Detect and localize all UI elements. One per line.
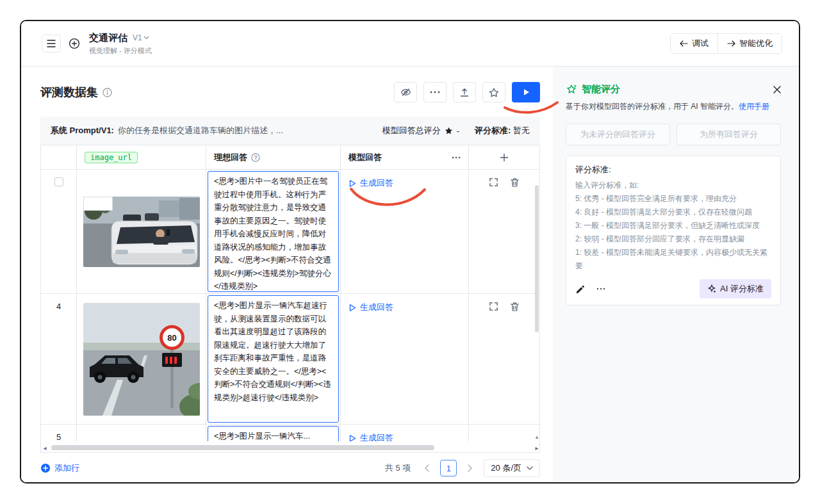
model-answer-cell[interactable]: 生成回答 [341,425,469,441]
next-page-button[interactable] [462,460,479,476]
panel-title: 智能评分 [582,83,620,95]
criteria-hint: 输入评分标准，如: [575,179,771,192]
delete-row-button[interactable] [510,177,520,188]
criteria-example-line: 3: 一般 - 模型回答满足部分要求，但缺乏清晰性或深度 [575,219,771,232]
optimize-button[interactable]: 智能优化 [718,34,782,53]
criteria-example-line: 4: 良好 - 模型回答满足大部分要求，仅存在轻微问题 [575,206,771,219]
upload-button[interactable] [453,82,476,102]
generate-answer-label: 生成回答 [360,302,393,313]
page-title: 评测数据集 [40,85,98,100]
criteria-more-button[interactable] [596,288,605,290]
column-header-ideal-answer: 理想回答 [214,152,247,163]
run-button[interactable] [512,82,540,102]
ideal-answer-cell[interactable]: <思考>图片显示一辆汽车... [208,426,339,441]
generate-answer-link[interactable]: 生成回答 [348,302,393,313]
plus-icon [500,153,509,162]
optimize-label: 智能优化 [739,38,773,49]
chevron-right-icon [468,464,473,472]
more-actions-button[interactable] [423,82,447,102]
prompt-label: 系统 Prompt/V1: [51,125,114,136]
plus-circle-icon [40,463,51,473]
debug-button[interactable]: 调试 [671,34,718,53]
manual-link[interactable]: 使用手册 [739,102,769,111]
select-column-header [41,145,77,169]
scrollbar-thumb[interactable] [51,445,434,450]
row-image-speeding-car[interactable]: 80 [83,303,200,416]
eye-off-icon [400,87,411,97]
version-label: V1 [133,33,142,42]
scoring-criteria-card[interactable]: 评分标准: 输入评分标准，如: 5: 优秀 - 模型回答完全满足所有要求，理由充… [566,156,781,305]
page-number-button[interactable]: 1 [440,460,457,476]
main-area: 评测数据集 [21,67,553,482]
speed-limit-sign-text: 80 [167,333,176,343]
row-index: 5 [56,432,61,441]
model-column-more-button[interactable] [452,156,461,159]
generate-answer-link[interactable]: 生成回答 [348,177,393,189]
add-column-button[interactable] [500,153,509,162]
hide-columns-button[interactable] [394,82,417,102]
dataset-toolbar [394,82,540,102]
ai-criteria-button[interactable]: AI 评分标准 [700,279,771,298]
star-icon [489,88,499,97]
pencil-icon [575,284,585,294]
score-all-button[interactable]: 为所有回答评分 [676,124,781,145]
sparkle-star-icon [566,84,577,95]
generate-answer-link[interactable]: 生成回答 [348,432,393,441]
debug-label: 调试 [692,38,709,49]
magic-sparkle-icon [707,284,716,293]
help-icon[interactable]: ? [251,153,260,162]
row-checkbox[interactable] [54,177,63,186]
info-icon[interactable] [102,88,112,97]
edit-criteria-button[interactable] [575,284,585,294]
dataset-table: image_url 理想回答 ? 模型回答 [40,145,540,453]
score-star-icon [445,127,453,135]
delete-row-button[interactable] [510,302,520,312]
add-row-button[interactable]: 添加行 [40,462,79,474]
title-block: 交通评估 V1 视觉理解 - 评分模式 [89,32,152,56]
total-count: 共 5 项 [385,462,411,474]
score-unrated-button[interactable]: 为未评分的回答评分 [566,124,670,145]
table-header: image_url 理想回答 ? 模型回答 [41,145,539,170]
more-horizontal-icon [452,156,461,159]
model-answer-cell[interactable]: 生成回答 [341,170,469,293]
expand-row-button[interactable] [489,177,498,187]
expand-icon [489,177,498,187]
scroll-right-icon[interactable]: ▸ [533,444,541,451]
close-panel-button[interactable] [773,86,781,93]
criteria-label: 评分标准: [575,164,771,175]
smart-scoring-panel: 智能评分 基于你对模型回答的评分标准，用于 AI 智能评分。使用手册 为未评分的… [553,67,799,482]
prev-page-button[interactable] [418,460,435,476]
table-footer: 添加行 共 5 项 1 20 条/页 [40,459,540,477]
pagination: 共 5 项 1 20 条/页 [385,459,540,477]
system-prompt-bar[interactable]: 系统 Prompt/V1: 你的任务是根据交通道路车辆的图片描述，... 模型回… [40,117,540,145]
vertical-scrollbar[interactable] [535,185,539,332]
page-size-value: 20 条/页 [491,462,521,474]
add-version-button[interactable] [69,38,80,49]
add-row-label: 添加行 [54,462,79,474]
expand-icon [489,302,498,311]
ideal-answer-text: <思考>图片显示一辆汽车超速行驶，从测速装置显示的数据可以看出其速度明显超过了该… [214,301,331,402]
table-row: 5 <思考>图片显示一辆汽车... 生成回答 [41,425,539,441]
column-header-model-answer: 模型回答 [348,152,382,163]
row-image-driver-using-phone[interactable] [83,197,200,267]
ideal-answer-cell[interactable]: <思考>图片中一名驾驶员正在驾驶过程中使用手机。这种行为严重分散驾驶注意力，是导… [208,171,339,292]
ideal-answer-text: <思考>图片中一名驾驶员正在驾驶过程中使用手机。这种行为严重分散驾驶注意力，是导… [214,177,331,291]
column-header-image-url[interactable]: image_url [85,152,138,163]
header-actions: 调试 智能优化 [670,33,782,54]
criteria-example-line: 5: 优秀 - 模型回答完全满足所有要求，理由充分 [575,192,771,206]
app-title: 交通评估 [89,32,127,44]
scroll-up-icon[interactable]: ▴ [534,434,539,440]
page-size-select[interactable]: 20 条/页 [484,459,540,477]
scroll-left-icon[interactable]: ◂ [41,444,49,451]
menu-button[interactable] [42,35,61,53]
more-horizontal-icon [430,91,440,93]
app-subtitle: 视觉理解 - 评分模式 [89,46,152,56]
chevron-down-icon [144,36,149,40]
scrollbar-track[interactable] [51,445,530,450]
app-header: 交通评估 V1 视觉理解 - 评分模式 调试 智能优化 [21,21,799,67]
ideal-answer-cell[interactable]: <思考>图片显示一辆汽车超速行驶，从测速装置显示的数据可以看出其速度明显超过了该… [208,295,339,423]
model-answer-cell[interactable]: 生成回答 [341,294,469,424]
expand-row-button[interactable] [489,302,498,311]
version-selector[interactable]: V1 [133,33,149,42]
favorite-button[interactable] [482,82,505,102]
